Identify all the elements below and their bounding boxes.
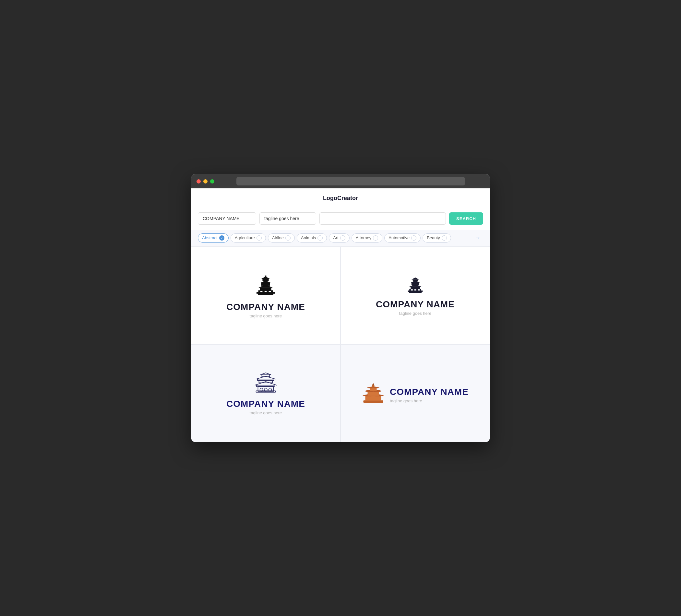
filter-chip-attorney[interactable]: Attorney xyxy=(352,233,382,242)
svg-rect-20 xyxy=(413,280,418,281)
filter-chip-airline[interactable]: Airline xyxy=(268,233,295,242)
url-bar[interactable] xyxy=(236,177,465,185)
svg-rect-35 xyxy=(365,395,381,401)
search-button[interactable]: SEARCH xyxy=(449,212,483,225)
svg-rect-3 xyxy=(260,288,272,290)
svg-rect-18 xyxy=(411,283,419,285)
check-icon-animals xyxy=(318,235,323,240)
svg-rect-33 xyxy=(262,375,270,377)
svg-rect-11 xyxy=(264,291,267,292)
svg-rect-23 xyxy=(414,289,417,290)
logo-company-name-2: COMPANY NAME xyxy=(376,299,455,310)
svg-rect-34 xyxy=(363,401,383,403)
filter-bar: Abstract ✓ Agriculture Airline Animals A… xyxy=(191,230,490,247)
castle-svg-3 xyxy=(254,371,278,395)
castle-svg-2 xyxy=(405,275,426,296)
color-input[interactable] xyxy=(320,212,446,225)
svg-rect-16 xyxy=(410,287,420,289)
search-bar: SEARCH xyxy=(191,207,490,230)
check-icon-attorney xyxy=(373,235,378,240)
logo-company-name-4: COMPANY NAME xyxy=(390,387,469,397)
check-icon-airline xyxy=(285,235,291,240)
check-icon-art xyxy=(340,235,345,240)
logo-card-4[interactable]: COMPANY NAME tagline goes here xyxy=(341,344,490,442)
logo-tagline-2: tagline goes here xyxy=(399,311,432,316)
app-content: LogoCreator SEARCH Abstract ✓ Agricultur… xyxy=(191,188,490,442)
company-name-input[interactable] xyxy=(198,212,256,225)
filter-chip-art[interactable]: Art xyxy=(329,233,350,242)
check-icon-beauty xyxy=(442,235,447,240)
logo-inner-3: COMPANY NAME tagline goes here xyxy=(226,371,305,415)
logo-company-name-1: COMPANY NAME xyxy=(226,302,305,312)
minimize-button[interactable] xyxy=(203,179,207,183)
filter-chip-agriculture[interactable]: Agriculture xyxy=(231,233,266,242)
logo-tagline-3: tagline goes here xyxy=(250,410,282,415)
castle-svg-1 xyxy=(253,273,279,299)
check-icon-agriculture xyxy=(256,235,262,240)
svg-marker-39 xyxy=(372,383,375,385)
svg-rect-9 xyxy=(265,275,267,277)
logo-inner-2: COMPANY NAME tagline goes here xyxy=(376,275,455,316)
logo-company-name-3: COMPANY NAME xyxy=(226,399,305,409)
svg-rect-5 xyxy=(261,283,270,286)
svg-marker-21 xyxy=(411,278,419,280)
svg-rect-14 xyxy=(408,290,423,292)
logo-text-group-4: COMPANY NAME tagline goes here xyxy=(390,384,469,403)
filter-chip-beauty[interactable]: Beauty xyxy=(423,233,451,242)
logo-card-3[interactable]: COMPANY NAME tagline goes here xyxy=(191,344,340,442)
logo-inner-1: COMPANY NAME tagline goes here xyxy=(226,273,305,318)
check-icon-abstract: ✓ xyxy=(219,235,224,240)
check-icon-automotive xyxy=(411,235,417,240)
maximize-button[interactable] xyxy=(210,179,215,183)
logo-tagline-4: tagline goes here xyxy=(390,399,469,403)
filter-chip-animals[interactable]: Animals xyxy=(297,233,327,242)
svg-rect-7 xyxy=(263,279,269,281)
titlebar xyxy=(191,174,490,188)
svg-rect-32 xyxy=(257,379,274,381)
filter-chip-automotive[interactable]: Automotive xyxy=(384,233,421,242)
close-button[interactable] xyxy=(197,179,201,183)
logo-grid: COMPANY NAME tagline goes here xyxy=(191,247,490,442)
castle-svg-4 xyxy=(362,382,385,405)
logo-card-1[interactable]: COMPANY NAME tagline goes here xyxy=(191,247,340,344)
svg-rect-22 xyxy=(411,289,413,290)
svg-rect-38 xyxy=(372,385,375,388)
svg-rect-10 xyxy=(260,291,262,292)
app-title: LogoCreator xyxy=(191,188,490,207)
logo-tagline-1: tagline goes here xyxy=(250,313,282,318)
logo-card-2[interactable]: COMPANY NAME tagline goes here xyxy=(341,247,490,344)
svg-rect-30 xyxy=(256,385,275,387)
svg-rect-24 xyxy=(418,289,420,290)
app-window: LogoCreator SEARCH Abstract ✓ Agricultur… xyxy=(191,174,490,442)
filter-chip-abstract[interactable]: Abstract ✓ xyxy=(198,233,229,242)
filter-scroll-right-button[interactable]: → xyxy=(472,233,483,242)
svg-rect-12 xyxy=(269,291,271,292)
tagline-input[interactable] xyxy=(259,212,316,225)
logo-inner-4: COMPANY NAME tagline goes here xyxy=(362,382,469,405)
